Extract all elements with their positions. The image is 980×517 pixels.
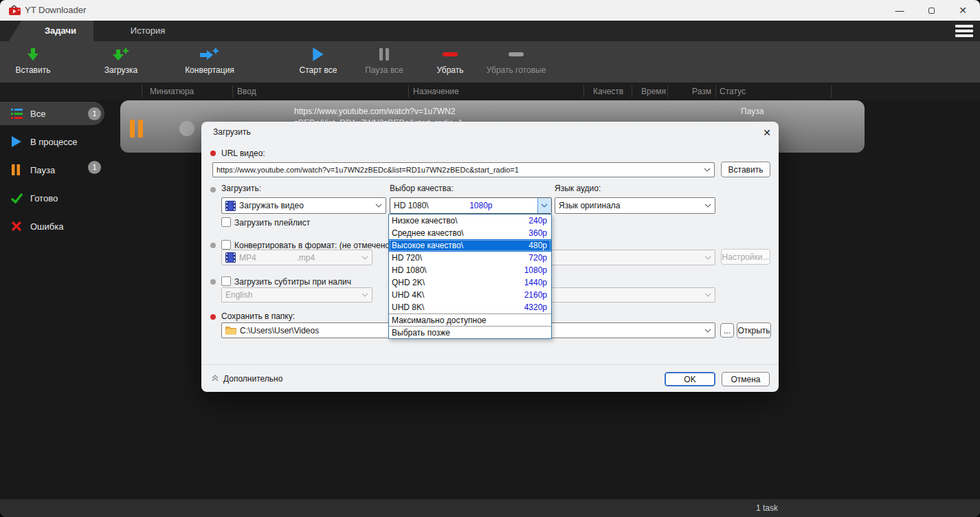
chevron-down-icon[interactable] bbox=[701, 198, 715, 213]
task-status: Пауза bbox=[741, 107, 764, 116]
advanced-toggle[interactable]: Дополнительно bbox=[211, 373, 282, 385]
tab-strip: Задачи История bbox=[0, 21, 980, 41]
chevron-down-icon[interactable] bbox=[700, 163, 714, 177]
tab-history-label: История bbox=[131, 25, 165, 36]
badge-all-count: 1 bbox=[88, 107, 101, 120]
playlist-checkbox[interactable] bbox=[221, 217, 231, 227]
sidebar-item-error[interactable]: Ошибка bbox=[0, 217, 110, 236]
col-destination[interactable]: Назначение bbox=[413, 87, 459, 96]
url-label: URL видео: bbox=[221, 148, 265, 158]
quality-option[interactable]: HD 1080\1080p bbox=[389, 264, 551, 276]
quality-option-selected[interactable]: Высокое качество\480p bbox=[389, 239, 551, 252]
settings-label: Настройки... bbox=[722, 252, 770, 262]
audio-language-combobox[interactable]: Язык оригинала bbox=[555, 197, 715, 214]
option-value: 360p bbox=[528, 228, 547, 238]
paste-url-button[interactable]: Вставить bbox=[721, 162, 770, 177]
format-combobox[interactable]: MP4 .mp4 bbox=[221, 250, 372, 265]
minimize-button[interactable]: — bbox=[884, 0, 915, 21]
start-all-label: Старт все bbox=[300, 65, 337, 75]
subtitles-language-combobox[interactable]: English bbox=[221, 287, 372, 302]
quality-option[interactable]: Максимально доступное bbox=[389, 314, 551, 326]
download-plus-icon bbox=[111, 45, 131, 63]
double-chevron-up-icon bbox=[211, 373, 219, 385]
ok-button[interactable]: OK bbox=[665, 372, 715, 386]
start-all-button[interactable]: Старт все bbox=[285, 45, 351, 78]
quality-option[interactable]: Выбрать позже bbox=[389, 326, 551, 338]
chevron-down-icon bbox=[701, 250, 715, 265]
add-download-button[interactable]: Загрузка bbox=[88, 45, 154, 78]
chevron-down-icon[interactable] bbox=[537, 198, 551, 213]
pause-all-button[interactable]: Пауза все bbox=[351, 45, 417, 78]
sidebar-item-in-progress[interactable]: В процессе bbox=[0, 132, 110, 151]
tab-tasks[interactable]: Задачи bbox=[27, 21, 93, 41]
close-button[interactable]: ✕ bbox=[947, 0, 979, 21]
quality-combobox[interactable]: HD 1080\ 1080p bbox=[390, 197, 552, 214]
tab-history[interactable]: История bbox=[110, 21, 186, 41]
option-label: Низкое качество\ bbox=[392, 216, 458, 226]
paste-url-label: Вставить bbox=[728, 165, 764, 175]
quality-option[interactable]: Низкое качество\240p bbox=[389, 214, 551, 227]
dialog-footer-divider bbox=[201, 364, 779, 365]
option-value: 480p bbox=[528, 241, 547, 250]
col-thumbnail[interactable]: Миниатюра bbox=[150, 87, 194, 96]
col-size[interactable]: Разм bbox=[684, 87, 711, 96]
open-folder-button[interactable]: Открыть bbox=[737, 322, 771, 338]
sidebar-item-label: В процессе bbox=[30, 137, 78, 147]
film-icon bbox=[225, 252, 236, 263]
option-label: Высокое качество\ bbox=[392, 241, 463, 250]
menu-icon[interactable] bbox=[955, 23, 975, 38]
folder-icon bbox=[225, 326, 236, 335]
paste-button[interactable]: Вставить bbox=[0, 45, 66, 78]
done-check-icon bbox=[11, 192, 26, 204]
quality-option[interactable]: QHD 2K\1440p bbox=[389, 276, 551, 289]
option-value: 2160p bbox=[524, 290, 547, 300]
option-label: Выбрать позже bbox=[392, 328, 450, 338]
task-pause-icon[interactable] bbox=[130, 120, 143, 138]
required-dot bbox=[210, 151, 216, 156]
title-bar: YT Downloader — ✕ bbox=[0, 0, 980, 21]
badge-paused-count: 1 bbox=[88, 161, 101, 174]
add-convert-button[interactable]: Конвертация bbox=[177, 45, 243, 78]
format-extension: .mp4 bbox=[297, 253, 318, 263]
cancel-button[interactable]: Отмена bbox=[722, 372, 770, 386]
download-mode-value: Загружать видео bbox=[239, 201, 304, 210]
chevron-down-icon[interactable] bbox=[701, 323, 715, 338]
browse-folder-button[interactable]: ... bbox=[720, 323, 734, 338]
toolbar: Вставить Загрузка Конвертация Старт все bbox=[0, 41, 980, 82]
subtitles-checkbox[interactable] bbox=[221, 276, 231, 286]
remove-button[interactable]: Убрать bbox=[417, 45, 483, 78]
pause-icon bbox=[379, 45, 390, 63]
col-time[interactable]: Время bbox=[641, 87, 666, 96]
quality-option[interactable]: HD 720\720p bbox=[389, 252, 551, 264]
sidebar-item-label: Ошибка bbox=[30, 221, 63, 232]
table-header: Миниатюра Ввод Назначение Качеств Время … bbox=[0, 82, 980, 100]
maximize-button[interactable] bbox=[915, 0, 947, 21]
task-url-line1: https://www.youtube.com/watch?v=1u7WN2 bbox=[294, 107, 455, 116]
col-status[interactable]: Статус bbox=[720, 87, 746, 96]
remove-label: Убрать bbox=[436, 65, 463, 75]
quality-option[interactable]: UHD 8K\4320p bbox=[389, 301, 551, 314]
settings-button[interactable]: Настройки... bbox=[721, 249, 770, 265]
url-value: https://www.youtube.com/watch?v=1u7WN2zB… bbox=[216, 166, 519, 174]
url-combobox[interactable]: https://www.youtube.com/watch?v=1u7WN2zB… bbox=[212, 162, 715, 177]
audio-language-value: Язык оригинала bbox=[559, 201, 620, 210]
sidebar-item-done[interactable]: Готово bbox=[0, 188, 110, 208]
quality-option[interactable]: Среднее качество\360p bbox=[389, 227, 551, 239]
remove-done-button[interactable]: Убрать готовые bbox=[483, 45, 549, 78]
format-value: MP4 bbox=[239, 253, 256, 263]
chevron-down-icon[interactable] bbox=[372, 198, 386, 213]
col-quality[interactable]: Качеств bbox=[593, 87, 623, 96]
audio-language-label: Язык аудио: bbox=[555, 184, 601, 193]
option-label: UHD 8K\ bbox=[392, 302, 424, 312]
remove-minus-icon bbox=[442, 45, 458, 63]
list-all-icon bbox=[11, 109, 26, 119]
dialog-close-icon[interactable]: ✕ bbox=[759, 125, 775, 140]
save-folder-label: Сохранить в папку: bbox=[221, 311, 295, 321]
option-value: 240p bbox=[528, 216, 547, 226]
sidebar-item-label: Пауза bbox=[30, 165, 55, 175]
convert-checkbox[interactable] bbox=[221, 240, 231, 250]
col-input[interactable]: Ввод bbox=[237, 87, 256, 96]
download-mode-combobox[interactable]: Загружать видео bbox=[221, 197, 386, 214]
save-folder-value: C:\Users\User\Videos bbox=[240, 326, 319, 336]
quality-option[interactable]: UHD 4K\2160p bbox=[389, 289, 551, 301]
